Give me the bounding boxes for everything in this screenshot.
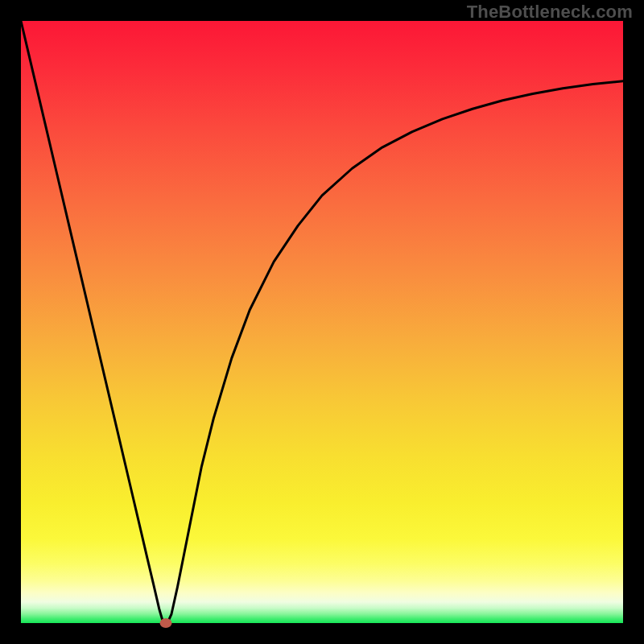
optimum-marker xyxy=(159,618,171,628)
watermark-text: TheBottleneck.com xyxy=(467,2,633,23)
bottleneck-curve xyxy=(21,21,623,623)
chart-frame: TheBottleneck.com xyxy=(0,0,644,644)
curve-svg xyxy=(21,21,623,623)
plot-area xyxy=(21,21,623,623)
